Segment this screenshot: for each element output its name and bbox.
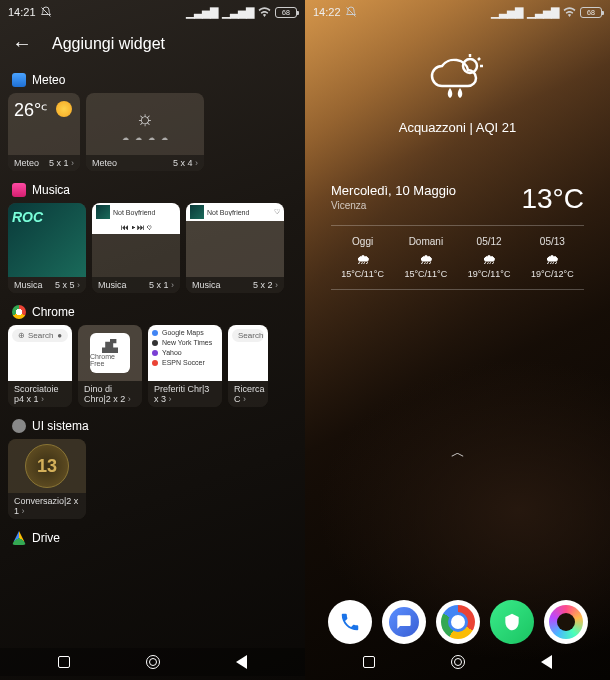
section-head-chrome[interactable]: Chrome	[12, 305, 297, 319]
section-label: Musica	[32, 183, 70, 197]
music-controls: ⏮ ▶ ⏭ ♡	[92, 221, 180, 234]
statusbar: 14:22 ▁▃▅▇ ▁▃▅▇ 68	[305, 0, 610, 22]
section-label: Meteo	[32, 73, 65, 87]
drive-app-icon	[12, 531, 26, 545]
widget-chrome-shortcuts[interactable]: ⊕Search● Scorciatoie p4 x 1	[8, 325, 72, 407]
status-time: 14:22	[313, 6, 341, 18]
chrome-app-icon	[12, 305, 26, 319]
sun-icon	[56, 101, 72, 117]
dnd-icon	[40, 6, 52, 18]
widget-musica-5x1[interactable]: Not Boyfriend ⏮ ▶ ⏭ ♡ Musica5 x 1	[92, 203, 180, 293]
dock-gallery-icon[interactable]	[544, 600, 588, 644]
dino-icon	[102, 339, 118, 353]
home-screen: 14:22 ▁▃▅▇ ▁▃▅▇ 68 Acquazzoni | AQI 21	[305, 0, 610, 680]
dock-messages-icon[interactable]	[382, 600, 426, 644]
wifi-icon	[563, 7, 576, 17]
album-cover-icon	[96, 205, 110, 219]
rain-icon: 🌧	[331, 251, 394, 267]
widget-list[interactable]: Meteo 26°ᶜ Meteo5 x 1 ☼ ☁☁☁☁ Meteo5 x 4	[0, 69, 305, 669]
android-13-icon: 13	[25, 444, 69, 488]
section-label: Chrome	[32, 305, 75, 319]
rain-icon: 🌧	[521, 251, 584, 267]
status-time: 14:21	[8, 6, 36, 18]
widget-ui-conversazioni[interactable]: 13 Conversazio|2 x 1	[8, 439, 86, 519]
widget-meteo-5x1[interactable]: 26°ᶜ Meteo5 x 1	[8, 93, 80, 171]
weather-temp: 13°C	[521, 183, 584, 215]
signal-icon: ▁▃▅▇	[186, 6, 218, 19]
statusbar: 14:21 ▁▃▅▇ ▁▃▅▇ 68	[0, 0, 305, 22]
widget-meteo-5x4[interactable]: ☼ ☁☁☁☁ Meteo5 x 4	[86, 93, 204, 171]
nav-recents-icon[interactable]	[58, 656, 70, 668]
album-cover-icon	[190, 205, 204, 219]
nav-back-icon[interactable]	[236, 655, 247, 669]
dock	[305, 600, 610, 644]
app-drawer-handle-icon[interactable]: ︿	[319, 444, 596, 462]
mini-forecast: ☁☁☁☁	[122, 134, 168, 142]
weather-date: Mercoledì, 10 Maggio	[331, 183, 456, 198]
nav-recents-icon[interactable]	[363, 656, 375, 668]
header: ← Aggiungi widget	[0, 22, 305, 69]
weather-location: Vicenza	[331, 200, 456, 211]
dock-chrome-icon[interactable]	[436, 600, 480, 644]
weather-hero-icon	[428, 52, 488, 114]
back-icon[interactable]: ←	[12, 32, 32, 55]
forecast-row: Oggi 🌧 15°C/11°C Domani 🌧 15°C/11°C 05/1…	[331, 236, 584, 279]
divider	[331, 289, 584, 290]
nav-home-icon[interactable]	[146, 655, 160, 669]
forecast-day-3: 05/12 🌧 19°C/11°C	[458, 236, 521, 279]
section-chrome: Chrome ⊕Search● Scorciatoie p4 x 1 Chrom…	[0, 305, 305, 415]
svg-line-2	[478, 58, 480, 60]
dock-phone-icon[interactable]	[328, 600, 372, 644]
nav-home-icon[interactable]	[451, 655, 465, 669]
widget-chrome-search[interactable]: Search Ricerca C	[228, 325, 268, 407]
widget-musica-5x5[interactable]: Musica5 x 5	[8, 203, 86, 293]
battery-icon: 68	[580, 7, 602, 18]
widget-musica-5x2[interactable]: Not Boyfriend ♡ Musica5 x 2	[186, 203, 284, 293]
rain-icon: 🌧	[458, 251, 521, 267]
section-ui-sistema: UI sistema 13 Conversazio|2 x 1	[0, 419, 305, 527]
weather-hero-label: Acquazzoni | AQI 21	[319, 120, 596, 135]
music-bar: Not Boyfriend	[92, 203, 180, 221]
sun-outline-icon: ☼	[136, 107, 154, 130]
section-label: Drive	[32, 531, 60, 545]
signal-icon-2: ▁▃▅▇	[527, 6, 559, 19]
battery-icon: 68	[275, 7, 297, 18]
dock-security-icon[interactable]	[490, 600, 534, 644]
section-head-drive[interactable]: Drive	[12, 531, 297, 545]
section-head-musica[interactable]: Musica	[12, 183, 297, 197]
section-meteo: Meteo 26°ᶜ Meteo5 x 1 ☼ ☁☁☁☁ Meteo5 x 4	[0, 73, 305, 179]
divider	[331, 225, 584, 226]
dnd-icon	[345, 6, 357, 18]
widget-chrome-dino[interactable]: Chrome Free Dino di Chro|2 x 2	[78, 325, 142, 407]
nav-back-icon[interactable]	[541, 655, 552, 669]
section-head-meteo[interactable]: Meteo	[12, 73, 297, 87]
weather-hero-widget[interactable]: Acquazzoni | AQI 21	[319, 52, 596, 135]
rain-icon: 🌧	[394, 251, 457, 267]
weather-card-widget[interactable]: Mercoledì, 10 Maggio Vicenza 13°C Oggi 🌧…	[319, 173, 596, 314]
widget-chrome-bookmarks[interactable]: Google Maps New York Times Yahoo ESPN So…	[148, 325, 222, 407]
forecast-day-4: 05/13 🌧 19°C/12°C	[521, 236, 584, 279]
dino-tile: Chrome Free	[90, 333, 130, 373]
widget-picker-screen: 14:21 ▁▃▅▇ ▁▃▅▇ 68 ← Aggiungi widget Met…	[0, 0, 305, 680]
search-pill: ⊕Search●	[12, 329, 68, 342]
wifi-icon	[258, 7, 271, 17]
musica-app-icon	[12, 183, 26, 197]
meteo-app-icon	[12, 73, 26, 87]
section-label: UI sistema	[32, 419, 89, 433]
signal-icon-2: ▁▃▅▇	[222, 6, 254, 19]
signal-icon: ▁▃▅▇	[491, 6, 523, 19]
forecast-day-2: Domani 🌧 15°C/11°C	[394, 236, 457, 279]
navbar	[305, 648, 610, 676]
navbar	[0, 648, 305, 676]
section-head-ui[interactable]: UI sistema	[12, 419, 297, 433]
section-musica: Musica Musica5 x 5 Not Boyfriend ⏮ ▶ ⏭ ♡	[0, 183, 305, 301]
music-bar: Not Boyfriend ♡	[186, 203, 284, 221]
forecast-day-1: Oggi 🌧 15°C/11°C	[331, 236, 394, 279]
page-title: Aggiungi widget	[52, 35, 165, 53]
section-drive: Drive	[0, 531, 305, 545]
ui-app-icon	[12, 419, 26, 433]
